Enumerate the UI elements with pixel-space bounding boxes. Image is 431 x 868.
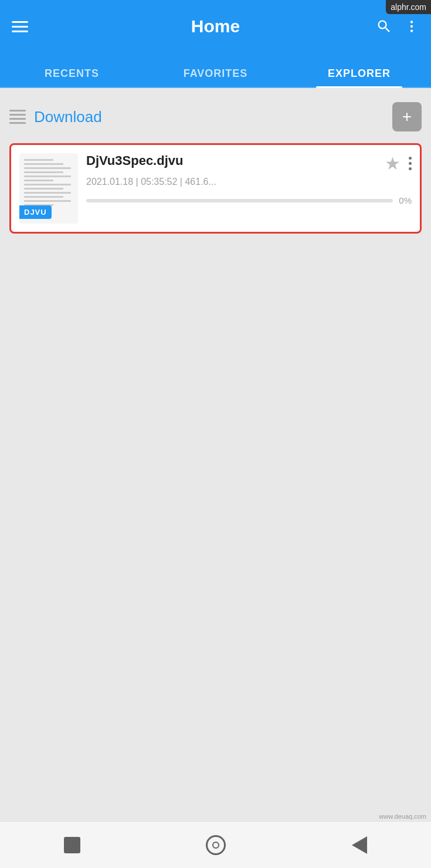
- doc-line: [24, 184, 71, 185]
- doc-line: [24, 200, 71, 202]
- doc-line: [24, 159, 53, 161]
- square-icon: [64, 837, 80, 853]
- app-bar: Home alphr.com: [0, 0, 431, 53]
- doc-line: [24, 180, 53, 181]
- more-options-button[interactable]: [404, 19, 419, 34]
- folder-header: Download +: [9, 100, 422, 134]
- progress-bar-background: [86, 199, 393, 202]
- app-bar-right: [376, 18, 419, 35]
- file-info: DjVu3Spec.djvu ★ 2021.01.18 | 05:35:52 |…: [86, 153, 412, 205]
- doc-line: [24, 167, 71, 169]
- tab-favorites[interactable]: FAVORITES: [144, 67, 287, 87]
- circle-icon: [206, 835, 226, 855]
- back-arrow-icon: [352, 836, 367, 854]
- doc-line: [24, 175, 71, 177]
- nav-home-button[interactable]: [204, 833, 228, 857]
- tab-explorer[interactable]: EXPLORER: [287, 67, 431, 87]
- file-name: DjVu3Spec.djvu: [86, 153, 412, 168]
- svg-point-0: [410, 21, 413, 23]
- tabs-bar: RECENTS FAVORITES EXPLORER: [0, 53, 431, 88]
- file-thumbnail: DJVU: [19, 153, 78, 224]
- alphr-watermark: alphr.com: [386, 0, 431, 14]
- file-metadata: 2021.01.18 | 05:35:52 | 461.6...: [86, 177, 412, 187]
- progress-label: 0%: [399, 195, 412, 205]
- folder-header-left: Download: [9, 108, 102, 126]
- add-folder-button[interactable]: +: [392, 102, 422, 131]
- doc-line: [24, 163, 63, 165]
- deuaq-watermark: www.deuaq.com: [379, 813, 426, 820]
- app-bar-left: [12, 21, 28, 32]
- file-actions: ★: [385, 153, 412, 174]
- doc-line: [24, 188, 63, 190]
- folder-name: Download: [34, 108, 102, 126]
- doc-preview: [19, 153, 78, 212]
- page-title: Home: [191, 16, 240, 36]
- file-type-badge: DJVU: [19, 205, 52, 219]
- bottom-navigation: [0, 821, 431, 868]
- svg-point-1: [410, 25, 413, 28]
- doc-line: [24, 192, 71, 194]
- progress-row: 0%: [86, 195, 412, 205]
- svg-point-2: [410, 29, 413, 32]
- nav-recent-apps-button[interactable]: [60, 833, 84, 857]
- more-options-icon[interactable]: [409, 157, 412, 170]
- nav-back-button[interactable]: [348, 833, 371, 857]
- hamburger-icon[interactable]: [12, 21, 28, 32]
- doc-line: [24, 196, 63, 198]
- search-button[interactable]: [376, 18, 392, 35]
- tab-recents[interactable]: RECENTS: [0, 67, 144, 87]
- file-card: DJVU DjVu3Spec.djvu ★ 2021.01.18 | 05:35…: [9, 143, 422, 234]
- doc-line: [24, 171, 63, 173]
- circle-inner: [212, 842, 219, 849]
- content-area: Download + DJVU DjVu3: [0, 88, 431, 821]
- list-view-icon[interactable]: [9, 110, 26, 124]
- favorite-star-icon[interactable]: ★: [385, 153, 401, 174]
